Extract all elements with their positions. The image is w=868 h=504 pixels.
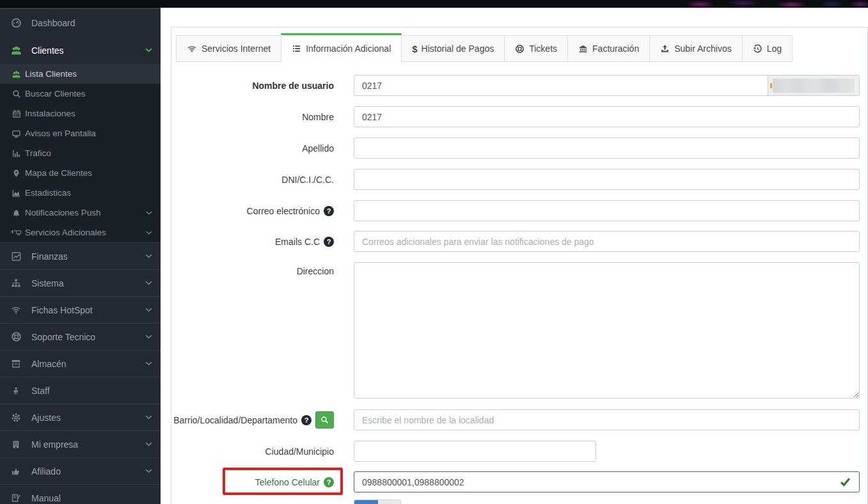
sidebar-item-fichas-hotspot[interactable]: Fichas HotSpot — [0, 296, 161, 323]
apellido-input[interactable] — [354, 138, 860, 159]
archive-icon — [9, 359, 23, 368]
sidebar-item-label: Estadisticas — [25, 188, 71, 198]
thumbs-up-icon — [9, 466, 23, 476]
tab-informacion-adicional[interactable]: Información Adicional — [281, 33, 402, 62]
direccion-textarea[interactable] — [354, 262, 860, 398]
tab-tickets[interactable]: Tickets — [504, 35, 568, 62]
sidebar-item-almacen[interactable]: Almacén — [0, 350, 161, 377]
top-navbar — [0, 0, 868, 8]
field-row-nombre: Nombre — [176, 106, 860, 127]
life-ring-icon — [9, 331, 23, 342]
dni-input[interactable] — [354, 169, 860, 190]
sidebar: Dashboard Clientes Lista Clientes Buscar… — [0, 0, 161, 504]
barrio-label-text: Barrio/Localidad/Departamento — [173, 415, 297, 425]
sidebar-item-label: Manual — [31, 493, 61, 503]
sidebar-item-mi-empresa[interactable]: Mi empresa — [0, 430, 161, 457]
tab-label: Tickets — [529, 43, 557, 54]
sidebar-item-afiliado[interactable]: Afiliado — [0, 457, 161, 484]
correo-input[interactable] — [354, 200, 860, 221]
ciudad-input[interactable] — [354, 441, 596, 462]
sidebar-item-dashboard[interactable]: Dashboard — [0, 9, 161, 36]
nombre-de-usuario-input[interactable] — [354, 75, 768, 96]
toggle-switch-partial[interactable] — [354, 500, 401, 504]
sidebar-item-estadisticas[interactable]: Estadisticas — [0, 183, 161, 203]
telefono-celular-input[interactable] — [354, 471, 860, 492]
barrio-input[interactable] — [354, 409, 860, 430]
sidebar-item-sistema[interactable]: Sistema — [0, 269, 161, 296]
sidebar-nav: Dashboard Clientes Lista Clientes Buscar… — [0, 8, 161, 504]
nombre-input[interactable] — [354, 106, 860, 127]
field-row-nombre-de-usuario: Nombre de usuario — [176, 75, 860, 96]
field-row-barrio: Barrio/Localidad/Departamento ? — [176, 409, 860, 430]
redacted-addon — [768, 75, 860, 96]
sidebar-item-instalaciones[interactable]: Instalaciones — [0, 104, 161, 123]
sidebar-item-label: Mapa de Clientes — [25, 168, 92, 178]
sidebar-item-label: Dashboard — [31, 18, 75, 28]
sidebar-item-label: Soporte Tecnico — [31, 332, 95, 342]
field-row-ciudad: Ciudad/Municipio — [176, 441, 596, 462]
emails-cc-input[interactable] — [354, 231, 860, 252]
sidebar-item-label: Finanzas — [31, 251, 68, 262]
list-icon — [292, 44, 301, 53]
chevron-down-icon — [146, 211, 152, 215]
clientes-submenu: Lista Clientes Buscar Clientes Instalaci… — [0, 64, 161, 242]
sidebar-item-label: Staff — [31, 386, 50, 396]
tab-label: Historial de Pagos — [422, 43, 494, 54]
bell-icon — [11, 209, 22, 217]
sidebar-item-notificaciones-push[interactable]: Notificaciones Push — [0, 203, 161, 223]
sidebar-item-label: Trafico — [25, 148, 51, 158]
chevron-down-icon — [145, 335, 152, 339]
sidebar-item-servicios-adicionales[interactable]: Servicios Adicionales — [0, 223, 161, 242]
sidebar-item-label: Lista Clientes — [25, 69, 77, 79]
tab-label: Servicios Internet — [201, 43, 271, 54]
help-icon[interactable]: ? — [324, 237, 334, 247]
tab-historial-de-pagos[interactable]: $ Historial de Pagos — [401, 35, 505, 62]
tab-log[interactable]: Log — [742, 35, 793, 62]
area-chart-icon — [11, 189, 22, 198]
sidebar-item-manual[interactable]: Manual — [0, 484, 161, 504]
sidebar-item-mapa-de-clientes[interactable]: Mapa de Clientes — [0, 163, 161, 183]
tab-servicios-internet[interactable]: Servicios Internet — [176, 35, 281, 62]
help-icon[interactable]: ? — [324, 477, 334, 487]
sidebar-item-label: Servicios Adicionales — [25, 228, 106, 237]
monitor-icon — [11, 129, 22, 138]
sidebar-item-label: Instalaciones — [25, 109, 75, 118]
sidebar-item-label: Ajustes — [31, 413, 61, 423]
sitemap-icon — [9, 278, 23, 288]
sidebar-item-finanzas[interactable]: Finanzas — [0, 242, 161, 269]
sidebar-item-clientes[interactable]: Clientes — [0, 36, 161, 64]
field-row-apellido: Apellido — [176, 138, 860, 159]
tab-label: Facturación — [592, 43, 639, 54]
sidebar-item-trafico[interactable]: Trafico — [0, 143, 161, 163]
tab-facturacion[interactable]: Facturación — [567, 35, 650, 62]
emails-cc-label: Emails C.C ? — [176, 231, 334, 252]
sidebar-item-buscar-clientes[interactable]: Buscar Clientes — [0, 84, 161, 104]
field-row-correo: Correo electrónico ? — [176, 200, 860, 221]
sidebar-item-ajustes[interactable]: Ajustes — [0, 404, 161, 430]
help-icon[interactable]: ? — [324, 206, 334, 216]
apellido-label: Apellido — [176, 138, 334, 159]
sidebar-item-staff[interactable]: Staff — [0, 377, 161, 404]
tab-subir-archivos[interactable]: Subir Archivos — [649, 35, 742, 62]
gauge-icon — [9, 17, 23, 28]
upload-icon — [660, 44, 670, 53]
bar-chart-icon — [11, 149, 22, 158]
sidebar-item-label: Notificaciones Push — [25, 208, 101, 217]
help-icon[interactable]: ? — [301, 415, 312, 425]
life-ring-icon — [515, 44, 525, 54]
building-icon — [9, 439, 23, 450]
correo-label: Correo electrónico ? — [176, 200, 334, 221]
line-chart-icon — [9, 251, 23, 262]
toggle-on-segment — [354, 500, 378, 504]
telefono-label-text: Telefono Celular — [255, 477, 320, 487]
chevron-down-icon — [145, 442, 152, 446]
tab-label: Información Adicional — [306, 43, 391, 54]
locality-search-button[interactable] — [315, 411, 334, 429]
direccion-label: Direccion — [176, 262, 334, 283]
sidebar-item-avisos-en-pantalla[interactable]: Avisos en Pantalla — [0, 123, 161, 143]
emails-cc-label-text: Emails C.C — [275, 237, 320, 247]
sidebar-item-soporte-tecnico[interactable]: Soporte Tecnico — [0, 323, 161, 350]
phone-monitor-icon — [11, 228, 22, 237]
sidebar-item-lista-clientes[interactable]: Lista Clientes — [0, 64, 161, 84]
bank-icon — [578, 44, 588, 53]
